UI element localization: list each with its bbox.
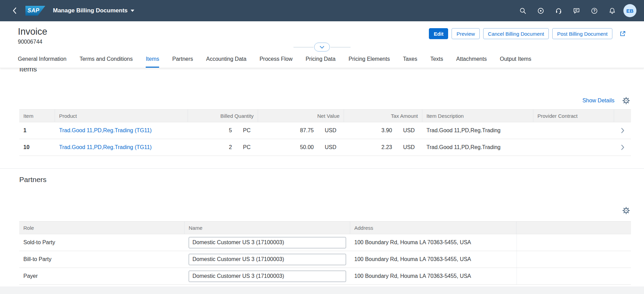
partners-table-header: Role Name Address xyxy=(19,221,631,234)
avatar[interactable]: EB xyxy=(623,4,636,17)
section-divider xyxy=(0,168,644,169)
partner-address: 100 Boundary Rd, Houma LA 70363-5455, US… xyxy=(350,239,517,246)
column-product[interactable]: Product xyxy=(55,110,188,122)
items-settings-button[interactable] xyxy=(621,96,631,105)
search-icon xyxy=(519,7,526,14)
partner-address: 100 Boundary Rd, Houma LA 70363-5455, US… xyxy=(350,256,517,262)
tab-pricing-data[interactable]: Pricing Data xyxy=(306,56,335,68)
assistant-icon xyxy=(537,7,544,14)
column-role[interactable]: Role xyxy=(19,222,185,234)
partner-role: Sold-to Party xyxy=(19,239,185,246)
item-description: Trad.Good 11,PD,Reg.Trading xyxy=(422,127,533,134)
search-button[interactable] xyxy=(516,4,529,17)
net-value-currency: USD xyxy=(318,127,344,134)
sap-logo-text: SAP xyxy=(27,8,39,14)
partners-settings-button[interactable] xyxy=(621,206,631,215)
help-icon: ? xyxy=(591,7,598,14)
empty-cell xyxy=(517,251,631,268)
chevron-right-icon xyxy=(621,127,625,134)
column-net-value[interactable]: Net Value xyxy=(258,110,344,122)
app-title-menu[interactable]: Manage Billing Documents xyxy=(53,7,134,14)
shell-actions: ? EB xyxy=(516,4,636,17)
partners-row-bill-to[interactable]: Bill-to Party Domestic Customer US 3 (17… xyxy=(19,251,631,268)
avatar-initials: EB xyxy=(626,8,634,14)
notifications-button[interactable] xyxy=(606,4,619,17)
column-billed-quantity[interactable]: Billed Quantity xyxy=(188,110,258,122)
empty-cell xyxy=(517,268,631,284)
page-content: Items Show Details Item Product Billed Q… xyxy=(0,65,644,285)
row-navigation-chevron[interactable] xyxy=(614,127,631,134)
tab-output-items[interactable]: Output Items xyxy=(500,56,531,68)
share-button[interactable] xyxy=(617,28,628,39)
tab-process-flow[interactable]: Process Flow xyxy=(259,56,292,68)
partner-name-cell: Domestic Customer US 3 (17100003) xyxy=(185,254,350,265)
column-empty xyxy=(517,222,631,234)
partner-role: Payer xyxy=(19,273,185,279)
column-tax-amount[interactable]: Tax Amount xyxy=(344,110,422,122)
item-number: 10 xyxy=(19,144,55,150)
partners-row-sold-to[interactable]: Sold-to Party Domestic Customer US 3 (17… xyxy=(19,234,631,251)
post-billing-document-button[interactable]: Post Billing Document xyxy=(552,28,612,39)
tab-partners[interactable]: Partners xyxy=(172,56,193,68)
quantity-unit: PC xyxy=(236,144,258,150)
show-details-link[interactable]: Show Details xyxy=(582,98,614,104)
tab-attachments[interactable]: Attachments xyxy=(456,56,487,68)
billed-quantity: 5 xyxy=(188,127,236,134)
empty-cell xyxy=(517,234,631,251)
row-navigation-chevron[interactable] xyxy=(614,144,631,151)
tab-taxes[interactable]: Taxes xyxy=(403,56,417,68)
back-button[interactable] xyxy=(9,4,21,17)
billed-quantity: 2 xyxy=(188,144,236,150)
assistant-button[interactable] xyxy=(534,4,547,17)
product-cell: Trad.Good 11,PD,Reg.Trading (TG11) xyxy=(55,144,188,150)
product-cell: Trad.Good 11,PD,Reg.Trading (TG11) xyxy=(55,127,188,134)
cancel-billing-document-button[interactable]: Cancel Billing Document xyxy=(483,28,549,39)
partner-name-field[interactable]: Domestic Customer US 3 (17100003) xyxy=(189,271,346,282)
tax-amount-currency: USD xyxy=(396,144,422,150)
column-provider-contract[interactable]: Provider Contract xyxy=(533,110,614,122)
share-icon xyxy=(619,30,626,37)
tab-terms-and-conditions[interactable]: Terms and Conditions xyxy=(79,56,133,68)
edit-button[interactable]: Edit xyxy=(429,28,448,39)
header-actions: Edit Preview Cancel Billing Document Pos… xyxy=(429,28,628,39)
gear-icon xyxy=(622,206,630,215)
partners-section-title: Partners xyxy=(19,175,644,184)
feedback-button[interactable] xyxy=(570,4,583,17)
sap-logo[interactable]: SAP xyxy=(25,6,45,16)
net-value-currency: USD xyxy=(318,144,344,150)
partner-name-field[interactable]: Domestic Customer US 3 (17100003) xyxy=(189,254,346,265)
partners-toolbar xyxy=(19,205,631,216)
partners-table: Role Name Address Sold-to Party Domestic… xyxy=(19,221,631,285)
product-link[interactable]: Trad.Good 11,PD,Reg.Trading (TG11) xyxy=(59,144,152,150)
partner-name-field[interactable]: Domestic Customer US 3 (17100003) xyxy=(189,237,346,248)
tab-accounting-data[interactable]: Accounting Data xyxy=(206,56,246,68)
net-value: 87.75 xyxy=(258,127,318,134)
column-item-description[interactable]: Item Description xyxy=(422,110,533,122)
support-button[interactable] xyxy=(552,4,565,17)
collapse-header-button[interactable] xyxy=(314,43,330,52)
item-description: Trad.Good 11,PD,Reg.Trading xyxy=(422,144,533,150)
help-button[interactable]: ? xyxy=(588,4,601,17)
partners-row-payer[interactable]: Payer Domestic Customer US 3 (17100003) … xyxy=(19,268,631,285)
tab-pricing-elements[interactable]: Pricing Elements xyxy=(348,56,390,68)
tab-items[interactable]: Items xyxy=(146,56,159,68)
partner-address: 100 Boundary Rd, Houma LA 70363-5455, US… xyxy=(350,273,517,279)
column-address[interactable]: Address xyxy=(350,222,517,234)
partner-name-cell: Domestic Customer US 3 (17100003) xyxy=(185,271,350,282)
items-table-header: Item Product Billed Quantity Net Value T… xyxy=(19,109,631,122)
product-link[interactable]: Trad.Good 11,PD,Reg.Trading (TG11) xyxy=(59,127,152,133)
tab-general-information[interactable]: General Information xyxy=(18,56,66,68)
column-item[interactable]: Item xyxy=(19,110,55,122)
chevron-right-icon xyxy=(621,144,625,151)
svg-text:?: ? xyxy=(593,9,596,13)
chevron-down-icon xyxy=(319,46,325,49)
preview-button[interactable]: Preview xyxy=(452,28,479,39)
page-bottom-strip xyxy=(0,286,644,294)
column-name[interactable]: Name xyxy=(185,222,350,234)
items-table-row-1[interactable]: 1 Trad.Good 11,PD,Reg.Trading (TG11) 5 P… xyxy=(19,122,631,139)
tab-texts[interactable]: Texts xyxy=(430,56,443,68)
partner-role: Bill-to Party xyxy=(19,256,185,262)
feedback-chat-icon xyxy=(573,7,580,14)
items-table-row-2[interactable]: 10 Trad.Good 11,PD,Reg.Trading (TG11) 2 … xyxy=(19,139,631,156)
tax-amount: 2.23 xyxy=(344,144,396,150)
